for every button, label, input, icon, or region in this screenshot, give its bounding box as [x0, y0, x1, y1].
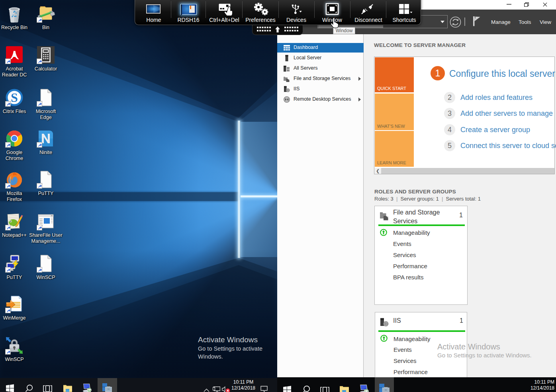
svg-text:S: S — [11, 90, 18, 105]
